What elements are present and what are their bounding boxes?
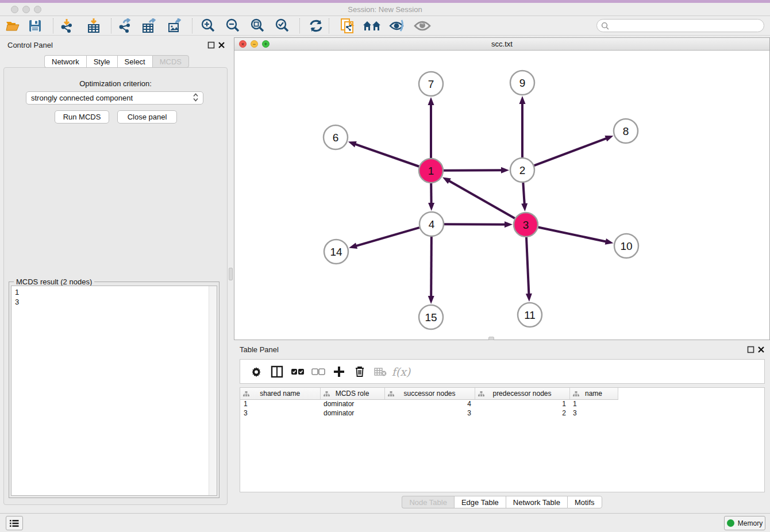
apply-layout-icon[interactable] — [306, 18, 326, 34]
export-table-icon[interactable] — [140, 18, 159, 34]
tab-select[interactable]: Select — [117, 55, 152, 68]
splitter-grip-horizontal[interactable] — [488, 337, 494, 340]
tab-network-table[interactable]: Network Table — [506, 496, 567, 508]
network-view-title: scc.txt — [234, 40, 769, 48]
mcds-panel: Optimization criterion: strongly connect… — [3, 67, 228, 505]
network-window-titlebar[interactable]: × − + scc.txt — [234, 38, 769, 51]
graph-node-label-3: 3 — [523, 219, 529, 231]
import-table-icon[interactable] — [84, 18, 103, 34]
delete-table-icon[interactable] — [370, 363, 391, 381]
table-panel-header: Table Panel — [234, 342, 770, 357]
zoom-fit-icon[interactable] — [248, 18, 267, 34]
hide-graphics-details-icon[interactable] — [387, 18, 407, 34]
criterion-select[interactable]: strongly connected component — [26, 91, 203, 105]
control-panel-tabs: Network Style Select MCDS — [44, 55, 189, 68]
column-header-predecessor-nodes[interactable]: predecessor nodes — [475, 388, 569, 399]
result-scrollbar[interactable] — [209, 286, 217, 495]
memory-button[interactable]: Memory — [724, 516, 765, 530]
search-box[interactable] — [596, 19, 764, 32]
graph-arrowhead — [526, 294, 532, 302]
graph-edge-4-15[interactable] — [431, 237, 432, 298]
run-mcds-button[interactable]: Run MCDS — [55, 110, 109, 124]
flatten-hierarchy-icon — [478, 391, 484, 399]
gear-icon[interactable] — [246, 363, 267, 381]
tab-network[interactable]: Network — [44, 55, 86, 68]
tab-node-table[interactable]: Node Table — [402, 496, 454, 508]
network-overview-icon[interactable] — [362, 18, 382, 34]
search-icon — [601, 22, 609, 30]
new-network-from-selection-icon[interactable] — [338, 18, 357, 34]
table-cell[interactable]: dominator — [320, 399, 384, 408]
close-panel-button[interactable]: Close panel — [117, 110, 177, 124]
function-builder-icon[interactable]: f(x) — [391, 363, 411, 381]
show-task-history-button[interactable] — [6, 516, 23, 530]
mcds-result-title: MCDS result (2 nodes) — [14, 277, 94, 286]
graph-edge-2-8[interactable] — [534, 138, 608, 165]
graph-arrowhead — [428, 97, 434, 105]
close-table-panel-icon[interactable] — [757, 345, 765, 353]
table-row[interactable]: 3dominator323 — [240, 408, 618, 418]
table-row[interactable]: 1dominator411 — [240, 399, 618, 408]
column-layout-icon[interactable] — [267, 363, 287, 381]
save-session-icon[interactable] — [25, 18, 45, 34]
open-session-icon[interactable] — [3, 18, 23, 34]
tab-style[interactable]: Style — [86, 55, 117, 68]
table-cell[interactable]: 1 — [475, 399, 569, 408]
graph-edge-4-3[interactable] — [444, 224, 506, 225]
close-panel-icon[interactable] — [218, 41, 225, 48]
select-all-icon[interactable] — [287, 363, 308, 381]
eye-icon[interactable] — [413, 18, 432, 34]
graph-edge-2-3[interactable] — [523, 183, 524, 205]
graph-node-label-11: 11 — [524, 309, 536, 321]
tab-motifs[interactable]: Motifs — [567, 496, 602, 508]
toolbar-separator — [329, 18, 329, 33]
export-image-icon[interactable] — [165, 18, 185, 34]
table-cell[interactable]: 1 — [240, 399, 320, 408]
graph-node-label-1: 1 — [428, 165, 434, 177]
criterion-value: strongly connected component — [31, 94, 133, 102]
zoom-out-icon[interactable] — [223, 18, 242, 34]
column-header-name[interactable]: name — [569, 388, 618, 399]
titlebar: Session: New Session — [0, 3, 770, 16]
memory-status-icon — [727, 519, 734, 527]
tab-edge-table[interactable]: Edge Table — [454, 496, 506, 508]
search-input[interactable] — [611, 22, 764, 30]
table-cell[interactable]: 2 — [475, 408, 569, 418]
float-table-panel-icon[interactable] — [747, 345, 754, 353]
delete-icon[interactable] — [349, 363, 370, 381]
graph-edge-3-10[interactable] — [538, 228, 607, 242]
status-bar: Memory — [0, 513, 770, 532]
zoom-selected-icon[interactable] — [272, 18, 292, 34]
add-column-icon[interactable] — [329, 363, 349, 381]
graph-arrowhead — [442, 177, 451, 184]
graph-edge-1-2[interactable] — [444, 170, 503, 171]
graph-node-label-6: 6 — [333, 132, 339, 144]
graph-arrowhead — [348, 141, 357, 147]
table-cell[interactable]: 3 — [240, 408, 320, 418]
optimization-criterion-label: Optimization criterion: — [4, 79, 227, 88]
table-cell[interactable]: 1 — [569, 399, 618, 408]
table-cell[interactable]: 4 — [384, 399, 475, 408]
graph-arrowhead — [428, 203, 434, 211]
graph-arrowhead — [519, 96, 526, 104]
network-canvas[interactable]: 7968124314101511 — [234, 51, 769, 340]
graph-edge-4-14[interactable] — [355, 228, 419, 246]
float-panel-icon[interactable] — [207, 41, 215, 48]
zoom-in-icon[interactable] — [198, 18, 218, 34]
node-table[interactable]: shared nameMCDS rolesuccessor nodesprede… — [240, 387, 765, 492]
column-header-successor-nodes[interactable]: successor nodes — [384, 388, 475, 399]
graph-edge-1-6[interactable] — [354, 144, 419, 167]
export-network-icon[interactable] — [116, 18, 135, 34]
column-header-MCDS-role[interactable]: MCDS role — [320, 388, 384, 399]
graph-edge-3-11[interactable] — [526, 237, 529, 295]
table-cell[interactable]: dominator — [320, 408, 384, 418]
mcds-result-text[interactable]: 1 3 — [11, 286, 217, 496]
splitter-grip-vertical[interactable] — [229, 268, 233, 280]
import-network-icon[interactable] — [57, 18, 77, 34]
table-cell[interactable]: 3 — [569, 408, 618, 418]
column-header-shared-name[interactable]: shared name — [240, 388, 320, 399]
deselect-all-icon[interactable] — [308, 363, 329, 381]
tab-mcds[interactable]: MCDS — [152, 55, 189, 68]
graph-edge-3-1[interactable] — [448, 180, 515, 218]
table-cell[interactable]: 3 — [384, 408, 475, 418]
